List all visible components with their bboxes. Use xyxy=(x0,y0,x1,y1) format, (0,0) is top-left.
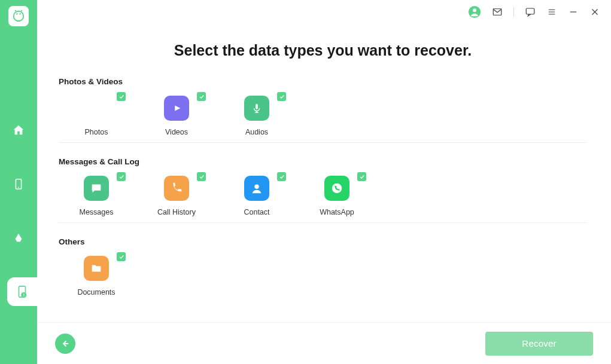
item-label: Documents xyxy=(77,288,115,296)
section-media: Photos & Videos Photos Vid xyxy=(59,77,587,136)
check-icon xyxy=(117,92,126,101)
item-label: Call History xyxy=(157,208,196,216)
sidebar: ! xyxy=(0,0,37,364)
audios-icon xyxy=(244,96,269,121)
check-icon xyxy=(277,92,286,101)
contact-icon xyxy=(244,176,269,201)
section-messages: Messages & Call Log Messages xyxy=(59,142,587,216)
titlebar xyxy=(37,0,611,24)
minimize-icon[interactable] xyxy=(568,7,579,17)
videos-icon xyxy=(164,96,189,121)
item-label: Contact xyxy=(244,208,269,216)
separator xyxy=(513,7,514,17)
item-photos[interactable]: Photos xyxy=(71,96,122,136)
svg-point-9 xyxy=(473,8,476,12)
svg-point-2 xyxy=(20,13,21,14)
back-button[interactable] xyxy=(55,334,75,354)
menu-icon[interactable] xyxy=(546,7,557,17)
item-label: Photos xyxy=(85,128,108,136)
svg-point-4 xyxy=(18,187,19,188)
close-icon[interactable] xyxy=(589,7,600,17)
sidebar-item-recover[interactable]: ! xyxy=(7,277,37,306)
whatsapp-icon xyxy=(324,176,349,201)
check-icon xyxy=(197,92,206,101)
check-icon xyxy=(117,252,126,261)
svg-point-1 xyxy=(16,13,17,14)
svg-rect-11 xyxy=(526,8,534,14)
section-title-others: Others xyxy=(59,237,587,246)
section-others: Others Documents xyxy=(59,222,587,296)
section-title-media: Photos & Videos xyxy=(59,77,587,86)
check-icon xyxy=(197,172,206,181)
page-title: Select the data types you want to recove… xyxy=(59,42,587,59)
sidebar-item-cloud[interactable] xyxy=(0,224,37,252)
mail-icon[interactable] xyxy=(492,7,503,17)
svg-point-15 xyxy=(254,185,259,189)
item-label: Messages xyxy=(80,208,114,216)
item-documents[interactable]: Documents xyxy=(71,256,122,296)
item-contact[interactable]: Contact xyxy=(231,176,282,216)
check-icon xyxy=(117,172,126,181)
section-title-messages: Messages & Call Log xyxy=(59,157,587,166)
item-videos[interactable]: Videos xyxy=(151,96,202,136)
item-label: WhatsApp xyxy=(320,208,354,216)
item-callhistory[interactable]: Call History xyxy=(151,176,202,216)
account-icon[interactable] xyxy=(468,5,481,19)
check-icon xyxy=(357,172,366,181)
app-logo xyxy=(8,6,29,26)
feedback-icon[interactable] xyxy=(525,7,536,17)
item-messages[interactable]: Messages xyxy=(71,176,122,216)
item-whatsapp[interactable]: WhatsApp xyxy=(311,176,363,216)
messages-icon xyxy=(84,176,109,201)
item-label: Audios xyxy=(245,128,268,136)
documents-icon xyxy=(84,256,109,281)
svg-point-13 xyxy=(93,105,96,108)
sidebar-item-home[interactable] xyxy=(0,116,37,145)
svg-point-0 xyxy=(14,11,24,22)
item-label: Videos xyxy=(165,128,188,136)
phone-icon xyxy=(164,176,189,201)
svg-text:!: ! xyxy=(23,293,25,297)
recover-button[interactable]: Recover xyxy=(485,332,593,356)
item-audios[interactable]: Audios xyxy=(231,96,282,136)
svg-rect-14 xyxy=(256,104,258,109)
photos-icon xyxy=(84,96,109,121)
sidebar-item-device[interactable] xyxy=(0,170,37,198)
check-icon xyxy=(277,172,286,181)
footer: Recover xyxy=(37,322,611,364)
